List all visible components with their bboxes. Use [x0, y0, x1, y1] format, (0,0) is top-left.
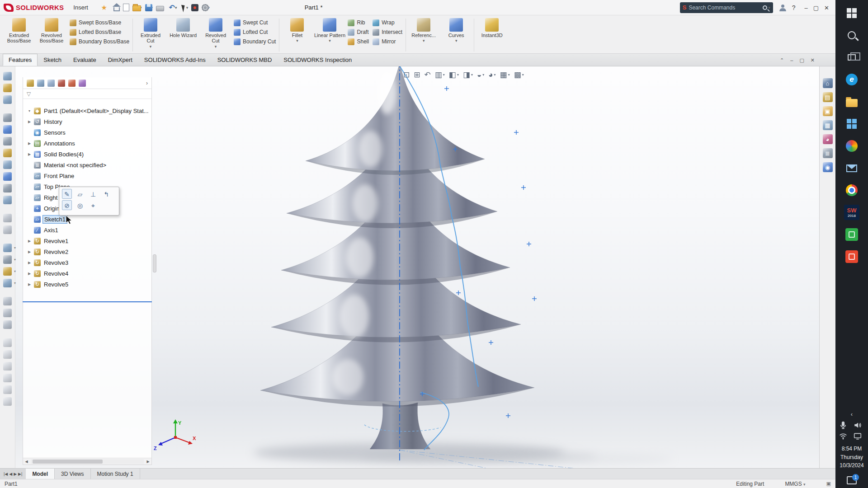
design-library-icon[interactable]: ▤ — [823, 92, 833, 102]
curves-button[interactable]: Curves▾ — [440, 17, 472, 42]
isolate-button[interactable]: ⌖ — [88, 200, 98, 210]
instant3d-button[interactable]: Instant3D — [476, 17, 508, 38]
left-toolbar-icon[interactable]: ▾ — [3, 279, 12, 287]
left-toolbar-icon[interactable] — [3, 172, 12, 181]
expander-icon[interactable]: ▶ — [27, 261, 32, 265]
help-button[interactable]: ? — [792, 4, 796, 11]
wrap-button[interactable]: Wrap — [373, 18, 402, 27]
scroll-left-button[interactable]: ◀ — [23, 460, 30, 464]
apply-scene-button[interactable]: ▦▾ — [500, 71, 510, 79]
section-view-button[interactable]: ▥▾ — [435, 71, 445, 79]
boundary-boss-base-button[interactable]: Boundary Boss/Base — [70, 37, 129, 46]
tree-item-revolve1[interactable]: ▶↻Revolve1 — [23, 235, 151, 246]
tab-sketch[interactable]: Sketch — [38, 54, 67, 66]
custom-properties-icon[interactable]: ≣ — [823, 148, 833, 158]
revolved-cut-button[interactable]: Revolved Cut▾ — [199, 17, 232, 48]
taskbar-chrome-icon[interactable] — [842, 181, 862, 199]
tree-item-annotations[interactable]: ▶▤Annotations — [23, 138, 151, 149]
tree-filter-row[interactable]: ▽ — [23, 89, 151, 99]
left-toolbar-icon[interactable] — [3, 309, 12, 317]
reference-geometry-button[interactable]: Referenc...▾ — [407, 17, 440, 42]
tab-solidworks-add-ins[interactable]: SOLIDWORKS Add-Ins — [138, 54, 212, 66]
expander-icon[interactable]: ▶ — [27, 239, 32, 243]
dropdown-icon[interactable]: ▾ — [215, 45, 217, 48]
left-toolbar-icon[interactable] — [3, 160, 12, 169]
edit-sketch-button[interactable]: ✎ — [62, 189, 72, 199]
undo-button[interactable]: ↶▾ — [167, 4, 177, 12]
taskbar-mail-icon[interactable] — [842, 159, 862, 177]
dropdown-icon[interactable]: ▾ — [14, 258, 16, 262]
tree-tab-displaymanager[interactable] — [68, 80, 75, 87]
taskbar-start-icon[interactable] — [842, 4, 862, 22]
expander-icon[interactable]: ▶ — [27, 141, 32, 145]
hole-wizard-button[interactable]: Hole Wizard — [167, 17, 199, 38]
left-toolbar-icon[interactable] — [3, 350, 12, 359]
left-toolbar-icon[interactable] — [3, 214, 12, 222]
left-toolbar-icon[interactable] — [3, 84, 12, 92]
revolved-boss-base-button[interactable]: Revolved Boss/Base — [35, 17, 68, 44]
tab-3d-views[interactable]: 3D Views — [55, 469, 90, 479]
edit-appearance-button[interactable]: ◕▾ — [488, 71, 495, 79]
dropdown-icon[interactable]: ▾ — [508, 73, 510, 77]
taskbar-edge-icon[interactable]: e — [842, 70, 862, 89]
minimize-button[interactable]: – — [790, 57, 793, 63]
select-button[interactable]: ▾ — [180, 3, 189, 12]
tree-item-sensors[interactable]: ◉Sensors — [23, 127, 151, 138]
new-document-button[interactable] — [123, 4, 129, 11]
status-units[interactable]: MMGS ▾ — [785, 481, 805, 487]
left-toolbar-icon[interactable] — [3, 397, 12, 406]
dropdown-icon[interactable]: ▾ — [455, 39, 458, 42]
home-button[interactable] — [113, 4, 120, 11]
tree-tabs-more-button[interactable]: › — [146, 80, 148, 86]
hide-button[interactable]: ⊘ — [62, 200, 72, 210]
restore-button[interactable]: ▢ — [799, 57, 804, 63]
left-toolbar-icon[interactable] — [3, 362, 12, 371]
lofted-boss-base-button[interactable]: Lofted Boss/Base — [70, 28, 129, 37]
left-toolbar-icon[interactable]: ▾ — [3, 255, 12, 264]
print-button[interactable] — [156, 4, 164, 11]
expander-icon[interactable]: ▾ — [27, 109, 32, 113]
dropdown-icon[interactable]: ▾ — [457, 73, 459, 77]
tree-item-revolve3[interactable]: ▶↻Revolve3 — [23, 257, 151, 268]
rebuild-button[interactable] — [191, 4, 198, 11]
taskbar-app-green-icon[interactable] — [842, 225, 862, 244]
expander-icon[interactable]: ▶ — [27, 272, 32, 276]
trunk[interactable] — [370, 403, 430, 449]
login-icon[interactable] — [779, 5, 786, 11]
taskbar-search-icon[interactable] — [842, 26, 862, 44]
dropdown-icon[interactable]: ▾ — [329, 39, 331, 42]
view-settings-button[interactable]: ▩▾ — [514, 71, 524, 79]
tree-item-solid-bodies-4-[interactable]: ▶▦Solid Bodies(4) — [23, 149, 151, 160]
left-toolbar-icon[interactable] — [3, 95, 12, 104]
display-style-button[interactable]: ◨▾ — [463, 71, 473, 79]
home-icon[interactable]: ⌂ — [823, 78, 833, 88]
tree-item-revolve2[interactable]: ▶↻Revolve2 — [23, 246, 151, 257]
left-toolbar-icon[interactable] — [3, 113, 12, 122]
intersect-button[interactable]: Intersect — [373, 28, 402, 37]
view-palette-icon[interactable]: ▦ — [823, 120, 833, 130]
linear-pattern-button[interactable]: Linear Pattern▾ — [313, 17, 346, 42]
panel-splitter-handle[interactable] — [153, 254, 156, 272]
zoom-to-selection-button[interactable]: ◎ — [75, 200, 85, 210]
tree-tab-dimxpertmanager[interactable] — [58, 80, 65, 87]
dropdown-icon[interactable]: ▾ — [482, 73, 484, 77]
tree-tab-featuremanager[interactable] — [27, 80, 34, 87]
display-icon[interactable] — [854, 432, 862, 440]
dropdown-icon[interactable]: ▾ — [471, 73, 473, 77]
hidden-icons-chevron[interactable]: ‹ — [851, 411, 853, 418]
maximize-button[interactable]: ▢ — [811, 5, 821, 11]
close-button[interactable]: ✕ — [811, 57, 815, 63]
tree-item-front-plane[interactable]: ▱Front Plane — [23, 170, 151, 181]
left-toolbar-icon[interactable] — [3, 184, 12, 192]
dropdown-icon[interactable]: ▾ — [494, 73, 496, 77]
swept-boss-base-button[interactable]: Swept Boss/Base — [70, 18, 129, 27]
close-button[interactable]: ✕ — [821, 5, 832, 11]
shell-button[interactable]: Shell — [348, 37, 369, 46]
left-toolbar-icon[interactable]: ▾ — [3, 267, 12, 276]
tab-nav-arrows[interactable]: |◀◀▶▶| — [0, 469, 26, 479]
extruded-cut-button[interactable]: Extruded Cut▾ — [134, 17, 167, 48]
rollback-bar[interactable] — [23, 301, 152, 302]
search-input[interactable] — [689, 5, 760, 11]
normal-to-button[interactable]: ⊥ — [88, 189, 98, 199]
taskbar-solidworks-2018-icon[interactable]: SW2018 — [842, 203, 862, 221]
